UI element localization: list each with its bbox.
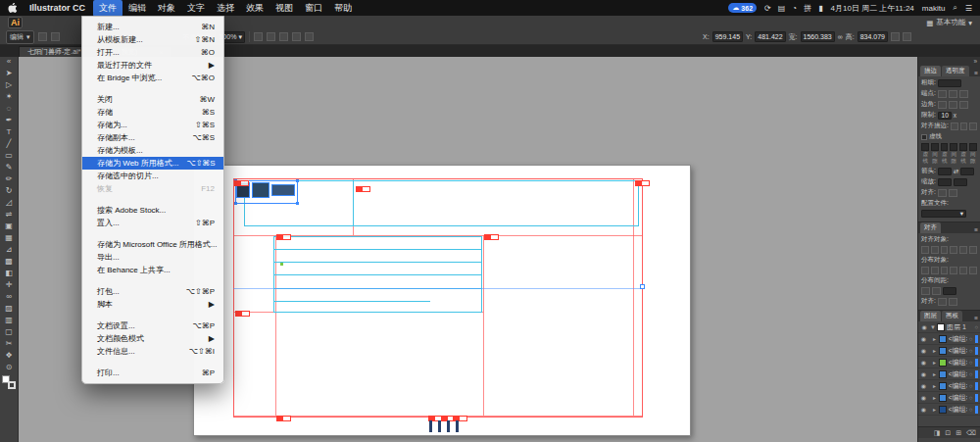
miter-limit-field[interactable]: 10	[938, 112, 952, 120]
file-menu-item[interactable]: 打印... ⌘P	[82, 367, 223, 379]
file-menu-item[interactable]: 存储副本... ⌥⌘S	[82, 131, 223, 144]
target-circle-icon[interactable]: ○	[969, 407, 973, 413]
visibility-eye-icon[interactable]: ◉	[920, 323, 928, 330]
zoom-tool[interactable]: ⊙	[1, 361, 18, 372]
artwork-outline-rect[interactable]	[244, 180, 639, 226]
stroke-swatch-icon[interactable]	[51, 32, 60, 41]
anchor-point[interactable]	[296, 202, 299, 205]
tab-transparency[interactable]: 透明度	[942, 66, 969, 76]
eyedropper-tool[interactable]: ✛	[1, 278, 18, 290]
expand-chevron-icon[interactable]: ▸	[933, 370, 937, 377]
target-circle-icon[interactable]: ○	[969, 371, 973, 377]
dash-field[interactable]	[959, 143, 967, 151]
panel-menu-icon[interactable]: ≡	[974, 315, 978, 321]
fill-swatch-icon[interactable]	[38, 32, 47, 41]
artboard-tool[interactable]: ▢	[1, 325, 18, 337]
expand-chevron-icon[interactable]: ▸	[933, 382, 937, 389]
free-transform-tool[interactable]: ▣	[1, 220, 18, 231]
paintbrush-tool[interactable]: ✎	[1, 161, 18, 172]
battery-icon[interactable]: ▮	[818, 4, 822, 13]
slice-marker[interactable]	[635, 180, 650, 186]
layer-row[interactable]: ◉ ▸ <编组> ○	[918, 357, 980, 368]
target-circle-icon[interactable]: ○	[974, 324, 978, 330]
hand-tool[interactable]: ❖	[1, 349, 18, 361]
menu-bar-item[interactable]: 编辑	[122, 0, 152, 17]
spacing-value-field[interactable]	[943, 287, 956, 295]
align-stroke-inside-button[interactable]	[960, 123, 968, 130]
arrow-align-end-button[interactable]	[949, 189, 957, 197]
align-to-artboard-button[interactable]	[949, 298, 957, 306]
align-right-button[interactable]	[941, 246, 949, 254]
file-menu-item[interactable]: 脚本 ▶	[82, 298, 223, 311]
align-stroke-center-button[interactable]	[951, 123, 958, 130]
file-menu-item[interactable]: 打开... ⌘O	[82, 46, 223, 59]
align-stroke-outside-button[interactable]	[969, 123, 977, 130]
menu-bar-item[interactable]: 对象	[152, 0, 181, 17]
new-layer-icon[interactable]: ⊞	[956, 429, 961, 437]
sync-icon[interactable]: ⟳	[764, 4, 771, 13]
expand-chevron-icon[interactable]: ▸	[933, 347, 937, 354]
expand-chevron-icon[interactable]: ▸	[933, 406, 937, 413]
artwork-thumbnail[interactable]	[252, 182, 270, 198]
horizontal-spacing-button[interactable]	[932, 287, 941, 295]
link-width-height-icon[interactable]: ∞	[838, 33, 843, 40]
align-center-v-button[interactable]	[959, 246, 967, 254]
vertical-spacing-button[interactable]	[921, 287, 930, 295]
dash-field[interactable]	[941, 143, 949, 151]
apple-logo[interactable]	[8, 3, 18, 14]
direct-selection-tool[interactable]: ▷	[1, 78, 18, 90]
file-menu-item[interactable]: 存储为... ⇧⌘S	[82, 119, 223, 131]
transform-icon[interactable]	[891, 32, 900, 41]
rectangle-tool[interactable]: ▭	[1, 149, 18, 161]
slice-marker[interactable]	[484, 234, 499, 240]
file-menu-item[interactable]: 存储 ⌘S	[82, 106, 223, 119]
file-menu-item[interactable]: 存储为 Web 所用格式... ⌥⇧⌘S	[82, 157, 223, 170]
tab-artboards[interactable]: 画板	[942, 311, 962, 321]
gap-field[interactable]	[950, 143, 957, 151]
distribute-left-button[interactable]	[950, 267, 957, 274]
notification-center-icon[interactable]: ☰	[965, 4, 972, 13]
file-menu-item[interactable]: 存储为 Microsoft Office 所用格式...	[82, 238, 223, 251]
height-field[interactable]: 834.079	[858, 31, 888, 42]
target-circle-icon[interactable]: ○	[969, 348, 973, 354]
selection-handle[interactable]	[640, 284, 645, 289]
slice-tool[interactable]: ✂	[1, 337, 18, 349]
dash-field[interactable]	[921, 143, 929, 151]
arrowhead-start-field[interactable]	[938, 168, 952, 175]
scale-tool[interactable]: ◿	[1, 196, 18, 208]
target-circle-icon[interactable]: ○	[969, 336, 973, 342]
layer-row[interactable]: ◉ ▸ <编组> ○	[918, 404, 980, 416]
visibility-eye-icon[interactable]: ◉	[920, 335, 927, 342]
menu-bar-clock[interactable]: 4月10日 周二 上午11:24	[831, 3, 914, 14]
menu-bar-item[interactable]: 选择	[211, 0, 240, 17]
width-tool[interactable]: ⇌	[1, 208, 18, 220]
tab-layers[interactable]: 图层	[920, 311, 941, 321]
shear-icon[interactable]	[903, 32, 911, 41]
menu-bar-item[interactable]: 文字	[181, 0, 211, 17]
gradient-tool[interactable]: ◧	[1, 267, 18, 278]
app-name[interactable]: Illustrator CC	[24, 3, 91, 13]
menu-bar-item[interactable]: 帮助	[328, 0, 358, 17]
file-menu-item[interactable]: 新建... ⌘N	[82, 21, 223, 33]
lasso-tool[interactable]: ◌	[1, 102, 18, 114]
align-top-button[interactable]	[950, 246, 957, 254]
dashed-line-checkbox[interactable]	[921, 134, 927, 140]
layer-row[interactable]: ◉ ▸ <编组> ○	[918, 368, 980, 380]
gap-field[interactable]	[931, 143, 939, 151]
arrowhead-end-field[interactable]	[960, 168, 974, 175]
align-left-button[interactable]	[921, 246, 929, 254]
menu-bar-item[interactable]: 效果	[240, 0, 270, 17]
column-graph-tool[interactable]: ▥	[1, 314, 18, 325]
stroke-weight-field[interactable]	[938, 79, 961, 87]
tab-stroke[interactable]: 描边	[920, 66, 941, 76]
menu-bar-item[interactable]: 文件	[93, 0, 122, 17]
visibility-eye-icon[interactable]: ◉	[920, 370, 927, 377]
slice-marker[interactable]	[276, 234, 291, 240]
bevel-join-button[interactable]	[959, 101, 968, 109]
menu-bar-item[interactable]: 窗口	[299, 0, 328, 17]
file-menu-item[interactable]: 在 Bridge 中浏览... ⌥⌘O	[82, 72, 223, 84]
arrow-scale-end-field[interactable]	[954, 178, 967, 186]
file-menu-item[interactable]: 文档设置... ⌥⌘P	[82, 319, 223, 332]
file-menu-item[interactable]: 在 Behance 上共享...	[82, 264, 223, 276]
layer-row[interactable]: ◉ ▸ <编组> ○	[918, 380, 980, 392]
